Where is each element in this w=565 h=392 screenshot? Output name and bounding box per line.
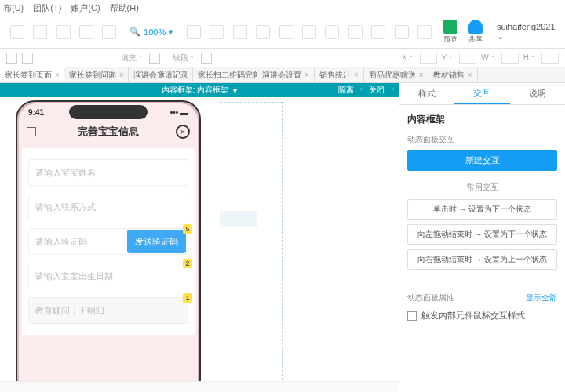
toolbar: 🔍 100% ▾ 预览 共享 suihaifeng2021 ⌄	[0, 16, 565, 49]
panel-subtitle: 动态面板交互	[407, 134, 557, 145]
x-field[interactable]	[420, 53, 437, 64]
zoom-control[interactable]: 🔍 100% ▾	[129, 27, 173, 37]
tool-h[interactable]	[344, 25, 366, 39]
user-menu[interactable]: suihaifeng2021 ⌄	[497, 22, 559, 42]
tab-3[interactable]: 家长扫二维码完善信息×	[193, 67, 257, 82]
tab-4[interactable]: 演讲会设置×	[257, 67, 315, 82]
section-props: 动态面板属性	[407, 292, 454, 303]
y-field[interactable]	[459, 53, 476, 64]
swatch-1[interactable]	[6, 53, 17, 64]
artboard-secondary[interactable]	[220, 102, 282, 384]
tab-7[interactable]: 教材销售×	[428, 67, 478, 82]
send-code-button[interactable]: 发送验证码	[127, 230, 186, 253]
fill-label: 填充：	[121, 53, 144, 64]
app-title: 完善宝宝信息	[78, 125, 139, 139]
phone-notch	[69, 105, 148, 119]
show-all-link[interactable]: 显示全部	[526, 292, 557, 303]
close-icon[interactable]: ×	[55, 71, 60, 79]
tab-0[interactable]: 家长签到页面×	[0, 67, 64, 82]
tool-a[interactable]	[183, 25, 204, 39]
menu-bar: 布(U) 团队(T) 账户(C) 帮助(H)	[0, 0, 565, 16]
share-button[interactable]: 共享	[468, 20, 483, 45]
tab-5[interactable]: 销售统计×	[315, 67, 364, 82]
preset-swipe-right[interactable]: 向右拖动结束时 → 设置为上一个状态	[407, 249, 557, 270]
tab-6[interactable]: 商品优惠赠送×	[364, 67, 428, 82]
panel-tabs: 样式 交互 说明	[399, 83, 565, 105]
tool-redo[interactable]	[99, 25, 120, 39]
tool-g[interactable]	[322, 25, 343, 39]
checkbox-icon	[407, 311, 417, 321]
note-badge-5[interactable]: 5	[183, 224, 192, 234]
zoom-value: 100%	[144, 27, 166, 37]
name-field[interactable]: 请输入宝宝姓名	[28, 159, 188, 186]
tab-1[interactable]: 家长签到问询×	[64, 67, 129, 82]
chevron-down-icon: ⌄	[497, 31, 504, 41]
tool-i[interactable]	[368, 25, 389, 39]
phone-mockup[interactable]: 9:41 ••• ▬ 完善宝宝信息 × 请输入宝宝姓名 请输入联系方式 请输入验…	[16, 100, 201, 392]
menu-team[interactable]: 团队(T)	[33, 2, 61, 14]
canvas[interactable]: 内容框架: 内容框架 ▾ 隔离 ▫ 关闭 ▫ 9:41 ••• ▬	[0, 83, 399, 392]
signal-icon: ••• ▬	[170, 108, 188, 117]
panel-tab-notes[interactable]: 说明	[510, 83, 565, 104]
close-icon[interactable]: ×	[176, 125, 190, 139]
fill-swatch[interactable]	[149, 53, 160, 64]
trigger-hover-checkbox[interactable]: 触发内部元件鼠标交互样式	[407, 310, 557, 321]
note-badge-2[interactable]: 2	[183, 259, 192, 268]
section-common: 常用交互	[407, 182, 557, 193]
tool-undo[interactable]	[75, 25, 97, 39]
line-swatch[interactable]	[201, 53, 212, 64]
isolate-button[interactable]: 隔离	[338, 85, 354, 96]
menu-layout[interactable]: 布(U)	[3, 2, 24, 14]
h-field[interactable]	[541, 53, 559, 64]
tool-k[interactable]	[414, 25, 435, 39]
tool-cut[interactable]	[6, 25, 27, 39]
tool-paste[interactable]	[53, 25, 74, 39]
panel-title: 内容框架	[407, 113, 557, 126]
tool-e[interactable]	[275, 25, 297, 39]
page-tabs: 家长签到页面× 家长签到问询× 演讲会邀请记录× 家长扫二维码完善信息× 演讲会…	[0, 67, 565, 83]
app-header: 完善宝宝信息 ×	[19, 118, 198, 145]
preset-click[interactable]: 单击时 → 设置为下一个状态	[407, 199, 557, 220]
secondary-strip	[220, 211, 257, 227]
line-label: 线段：	[173, 53, 196, 64]
tool-j[interactable]	[391, 25, 412, 39]
inspector-panel: 样式 交互 说明 内容框架 动态面板交互 新建交互 常用交互 单击时 → 设置为…	[399, 83, 565, 392]
tool-b[interactable]	[206, 25, 228, 39]
preview-button[interactable]: 预览	[443, 20, 457, 45]
property-bar: 填充： 线段： X： Y： W： H：	[0, 49, 565, 67]
cloud-icon	[468, 20, 483, 34]
selection-bar: 内容框架: 内容框架 ▾ 隔离 ▫ 关闭 ▫	[0, 83, 399, 97]
tool-f[interactable]	[298, 25, 319, 39]
chevron-down-icon[interactable]: ▾	[233, 86, 237, 95]
search-icon: 🔍	[129, 27, 140, 37]
play-icon	[443, 20, 457, 34]
menu-account[interactable]: 账户(C)	[71, 2, 100, 14]
chevron-down-icon: ▾	[169, 27, 173, 37]
birthday-field[interactable]: 请输入宝宝出生日期 2	[28, 263, 188, 289]
tool-copy[interactable]	[29, 25, 50, 39]
panel-tab-interaction[interactable]: 交互	[454, 83, 509, 104]
contact-field[interactable]: 请输入联系方式	[28, 194, 188, 220]
tool-c[interactable]	[229, 25, 250, 39]
tab-2[interactable]: 演讲会邀请记录×	[129, 67, 193, 82]
preset-swipe-left[interactable]: 向左拖动结束时 → 设置为下一个状态	[407, 224, 557, 245]
note-badge-1[interactable]: 1	[183, 293, 192, 303]
close-selection-button[interactable]: 关闭	[369, 85, 385, 96]
panel-tab-style[interactable]: 样式	[399, 83, 454, 104]
code-field[interactable]: 请输入验证码 发送验证码 5	[28, 228, 188, 255]
canvas-scrollbar[interactable]	[0, 381, 399, 392]
menu-help[interactable]: 帮助(H)	[110, 2, 139, 14]
form-card: 请输入宝宝姓名 请输入联系方式 请输入验证码 发送验证码 5 请输入宝宝出生日期…	[22, 148, 195, 335]
new-interaction-button[interactable]: 新建交互	[407, 150, 557, 171]
selection-label: 内容框架: 内容框架	[162, 85, 229, 96]
back-icon[interactable]	[27, 127, 36, 136]
swatch-2[interactable]	[22, 53, 33, 64]
w-field[interactable]	[501, 53, 519, 64]
advisor-field: 教育顾问：王明阳 1	[28, 297, 188, 324]
tool-d[interactable]	[253, 25, 274, 39]
